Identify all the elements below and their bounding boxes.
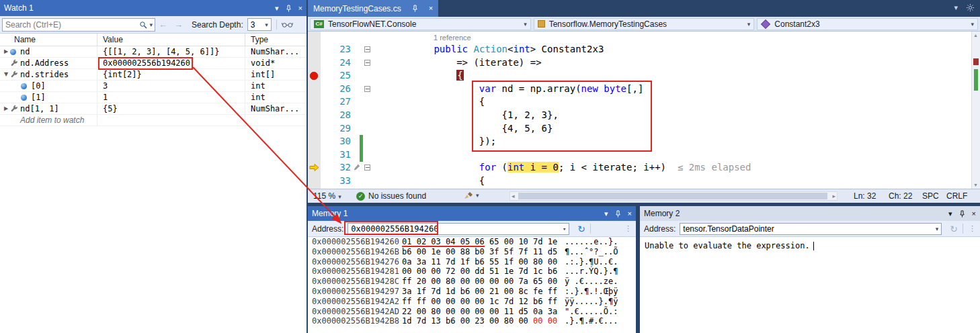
search-depth-select[interactable]: 3 ▾	[247, 18, 272, 31]
memory-row[interactable]: 0x000002556B19426Bb6 00 1e 00 88 b0 3f 5…	[308, 247, 636, 257]
column-header-name[interactable]: Name	[0, 34, 97, 46]
search-next-icon[interactable]: →	[174, 19, 183, 30]
dropdown-icon[interactable]: ▾	[560, 226, 569, 232]
document-tab[interactable]: MemoryTestingCases.cs ×	[308, 0, 438, 17]
search-previous-icon[interactable]: ←	[159, 19, 167, 30]
search-dropdown-icon[interactable]: ▾	[147, 21, 155, 28]
code-line-32[interactable]: 32− for (int i = 0; i < iterate; i++) ≤ …	[308, 161, 971, 175]
breakpoint-margin[interactable]	[309, 177, 320, 186]
breakpoint-icon[interactable]	[309, 71, 320, 81]
class-dropdown[interactable]: Tensorflow.MemoryTestingCases ▾	[534, 18, 755, 30]
memory-row[interactable]: 0x000002556B19428100 00 00 72 00 dd 51 1…	[308, 267, 636, 277]
breakpoint-margin[interactable]	[309, 124, 320, 134]
watch-titlebar[interactable]: Watch 1 ▾ ×	[0, 0, 307, 16]
code-line-28[interactable]: 28 {1, 2, 3},	[308, 109, 971, 122]
breakpoint-margin[interactable]	[309, 150, 320, 160]
member-dropdown-label: Constant2x3	[774, 19, 819, 29]
code-editor[interactable]: 1 reference 23− public Action<int> Const…	[308, 32, 980, 189]
watch-row[interactable]: nd.Address0x000002556b194260void*	[0, 58, 307, 69]
code-line-24[interactable]: 24− => (iterate) =>	[308, 56, 971, 70]
pin-icon[interactable]	[958, 210, 966, 218]
editor-horizontal-scrollbar[interactable]: ◂ ▸	[509, 191, 838, 201]
memory-row[interactable]: 0x000002556B1942973a 1f 7d 1d b6 00 21 0…	[308, 287, 636, 297]
code-line-31[interactable]: 31	[308, 148, 971, 162]
refresh-icon[interactable]: ↻	[577, 224, 585, 234]
codelens-references[interactable]: 1 reference	[434, 34, 471, 42]
column-header-type[interactable]: Type	[245, 34, 307, 46]
watch-row[interactable]: ▶nd{[[1, 2, 3], [4, 5, 6]]}NumShar...	[0, 46, 307, 58]
zoom-select[interactable]: 115 %▾	[313, 191, 341, 201]
scroll-right-icon[interactable]: ▸	[832, 192, 835, 200]
fold-collapse-icon[interactable]: −	[364, 86, 370, 92]
address-input[interactable]	[680, 224, 932, 234]
expand-icon[interactable]: ▶	[2, 46, 10, 57]
memory-row[interactable]: 0x000002556B1942AD22 00 80 00 00 00 00 1…	[308, 307, 636, 317]
code-cleanup-button[interactable]: ▾	[464, 191, 479, 199]
memory-ascii: ......e..}.	[565, 237, 618, 247]
memory1-titlebar[interactable]: Memory 1 ▾ ×	[308, 206, 636, 221]
pin-icon[interactable]	[614, 210, 622, 218]
member-dropdown[interactable]: Constant2x3 ▾	[757, 18, 978, 30]
watch-value	[97, 115, 245, 126]
overflow-icon[interactable]: ⋮	[969, 224, 976, 233]
scroll-up-icon[interactable]: ▲	[973, 33, 978, 38]
issues-indicator[interactable]: ✓No issues found	[356, 191, 426, 201]
code-line-30[interactable]: 30 });	[308, 135, 971, 148]
address-input[interactable]	[348, 224, 560, 234]
breakpoint-margin[interactable]	[309, 45, 320, 54]
breakpoint-margin[interactable]	[309, 58, 320, 68]
memory2-titlebar[interactable]: Memory 2 ▾ ×	[640, 206, 980, 221]
window-menu-icon[interactable]: ▾	[948, 210, 952, 218]
memory-row[interactable]: 0x000002556B19428Cff 20 00 80 00 00 00 0…	[308, 277, 636, 287]
code-line-25[interactable]: 25 {	[308, 69, 971, 83]
expand-icon[interactable]: ▶	[2, 103, 10, 114]
memory-row[interactable]: 0x000002556B19426001 02 03 04 05 06 65 0…	[308, 237, 636, 247]
window-menu-icon[interactable]: ▾	[604, 210, 608, 218]
code-line-23[interactable]: 23− public Action<int> Constant2x3	[308, 43, 971, 56]
code-line-26[interactable]: 26− var nd = np.array(new byte[,]	[308, 83, 971, 96]
scroll-down-icon[interactable]: ▼	[973, 183, 978, 187]
pin-icon[interactable]	[411, 5, 419, 12]
scrollbar-thumb[interactable]	[518, 193, 827, 199]
gear-icon[interactable]	[966, 3, 975, 12]
close-icon[interactable]: ×	[429, 5, 433, 12]
breakpoint-margin[interactable]	[309, 85, 320, 94]
fold-collapse-icon[interactable]: −	[364, 164, 370, 171]
memory-row[interactable]: 0x000002556B1942760a 3a 11 7d 1f b6 55 1…	[308, 257, 636, 267]
search-input[interactable]	[3, 20, 139, 30]
current-statement-icon[interactable]	[309, 163, 320, 173]
watch-row[interactable]: ▼nd.strides{int[2]}int[]	[0, 69, 307, 81]
memory-address: 0x000002556B194276	[312, 257, 399, 267]
code-line-33[interactable]: 33 {	[308, 175, 971, 188]
fold-collapse-icon[interactable]: −	[364, 46, 370, 52]
close-icon[interactable]: ×	[298, 5, 302, 12]
watch-settings-icon[interactable]	[282, 21, 293, 28]
window-menu-icon[interactable]: ▾	[275, 5, 279, 12]
memory-row[interactable]: 0x000002556B1942B81d 7d 13 b6 00 23 00 8…	[308, 316, 636, 326]
search-icon[interactable]	[139, 21, 147, 29]
project-dropdown[interactable]: C# TensorFlowNET.Console ▾	[310, 18, 531, 30]
active-files-icon[interactable]: ▾	[954, 3, 958, 12]
editor-vertical-scrollbar[interactable]: ▲ ▼	[971, 32, 980, 189]
memory-row[interactable]: 0x000002556B1942A2ff ff 00 00 00 00 1c 7…	[308, 297, 636, 307]
column-header-value[interactable]: Value	[97, 34, 245, 46]
dropdown-icon[interactable]: ▾	[933, 226, 942, 232]
refresh-icon[interactable]: ↻	[950, 224, 958, 234]
code-line-27[interactable]: 27 {	[308, 95, 971, 109]
breakpoint-margin[interactable]	[309, 97, 320, 107]
breakpoint-margin[interactable]	[309, 111, 320, 120]
close-icon[interactable]: ×	[972, 210, 976, 218]
fold-collapse-icon[interactable]: −	[364, 60, 370, 66]
watch-row[interactable]: ▶nd[1, 1]{5}NumShar...	[0, 103, 307, 115]
breakpoint-margin[interactable]	[309, 137, 320, 146]
watch-row[interactable]: [1]1int	[0, 92, 307, 103]
watch-row[interactable]: Add item to watch	[0, 115, 307, 126]
watch-row[interactable]: [0]3int	[0, 81, 307, 92]
close-icon[interactable]: ×	[628, 210, 632, 218]
overflow-icon[interactable]: ⋮	[624, 224, 632, 233]
pin-icon[interactable]	[285, 5, 292, 12]
collapse-icon[interactable]: ▼	[2, 69, 10, 80]
code-line-29[interactable]: 29 {4, 5, 6}	[308, 122, 971, 136]
scroll-left-icon[interactable]: ◂	[512, 192, 515, 200]
memory1-hex-dump[interactable]: 0x000002556B19426001 02 03 04 05 06 65 0…	[308, 237, 636, 333]
